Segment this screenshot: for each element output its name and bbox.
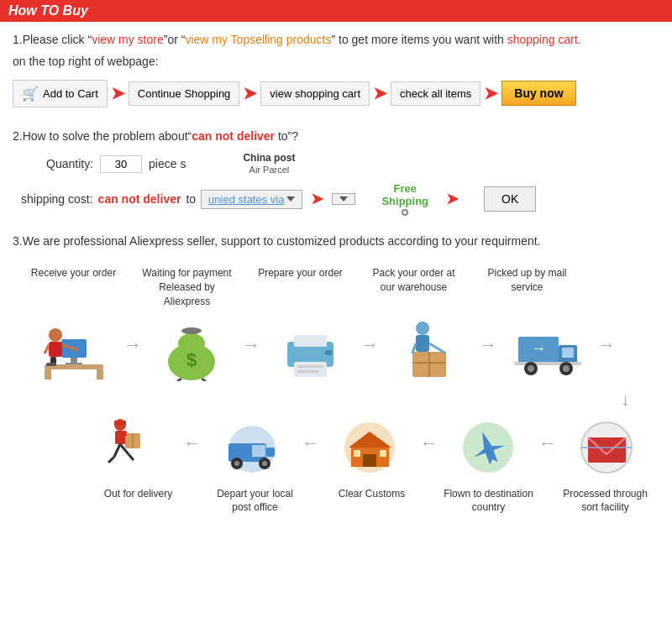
svg-point-25 xyxy=(416,322,429,335)
step1-post: ” to get more items you want with xyxy=(331,33,503,46)
buy-now-button[interactable]: Buy now xyxy=(501,81,575,106)
dropdown-arrow-icon xyxy=(286,196,295,202)
v-arrow-down: ↓ xyxy=(17,389,655,411)
icon-prepare xyxy=(262,314,359,385)
section-2: 2.How to solve the problem about“can not… xyxy=(0,120,672,228)
svg-rect-4 xyxy=(71,358,77,363)
icon-sort-facility xyxy=(559,412,655,484)
shipping-red: can not deliver xyxy=(98,192,181,206)
free-shipping-text2: Shipping xyxy=(381,195,428,207)
svg-point-6 xyxy=(49,328,62,342)
svg-point-39 xyxy=(563,365,570,372)
svg-rect-55 xyxy=(266,448,275,457)
svg-rect-24 xyxy=(297,370,318,373)
check-items-button[interactable]: check all items xyxy=(391,81,480,106)
icon-customs xyxy=(322,412,418,484)
shipping-destination-dropdown[interactable]: unied states via xyxy=(201,190,302,209)
view-cart-button[interactable]: view shopping cart xyxy=(260,81,370,106)
h-arrow-r1: ← xyxy=(538,432,557,454)
h-arrow-4: → xyxy=(479,334,497,356)
arrow-3: ➤ xyxy=(373,83,387,103)
step1-mid: ”or “ xyxy=(164,33,186,46)
icon-payment: $ xyxy=(144,314,240,385)
svg-rect-50 xyxy=(354,450,360,457)
header-title: How TO Buy xyxy=(8,3,88,18)
topselling-link[interactable]: view my Topselling products xyxy=(185,33,331,46)
buy-now-label: Buy now xyxy=(514,86,563,100)
icon-pack xyxy=(381,314,477,385)
shopping-cart-link[interactable]: shopping cart. xyxy=(507,33,581,46)
cart-icon: 🛒 xyxy=(22,86,39,102)
label-sort: Processed through sort facility xyxy=(557,487,654,516)
row1-icons: → $ → xyxy=(25,314,655,385)
svg-rect-51 xyxy=(380,450,386,457)
china-post-title: China post Air Parcel xyxy=(243,152,295,175)
svg-rect-2 xyxy=(97,369,103,380)
step1-pre: 1.Please click “ xyxy=(13,33,92,46)
h-arrow-r4: ← xyxy=(183,432,202,454)
shipping-method-dropdown[interactable] xyxy=(332,193,355,205)
ok-label: OK xyxy=(501,192,518,206)
arrow-1: ➤ xyxy=(111,83,125,103)
h-arrow-2: → xyxy=(242,334,260,356)
step1-line2: on the top right of webpage: xyxy=(13,52,659,71)
section3-text: 3.We are professional Aliexpress seller,… xyxy=(13,234,659,248)
shipping-row: shipping cost:can not deliver to unied s… xyxy=(21,182,659,216)
svg-rect-22 xyxy=(325,350,332,355)
svg-line-67 xyxy=(108,457,114,463)
china-post-sub: Air Parcel xyxy=(249,165,290,175)
v-arrow-icon: ↓ xyxy=(621,389,630,411)
svg-rect-20 xyxy=(294,335,327,347)
h-arrow-r3: ← xyxy=(302,432,320,454)
section-1: 1.Please click “view my store”or “view m… xyxy=(0,22,672,120)
intro-pre: 2.How to solve the problem about“ xyxy=(13,129,192,143)
svg-point-59 xyxy=(262,461,267,466)
flow-chart: Receive your order Waiting for payment R… xyxy=(0,258,672,531)
svg-rect-54 xyxy=(252,445,265,457)
free-shipping-text: Free xyxy=(394,182,417,195)
quantity-input[interactable] xyxy=(100,155,142,173)
svg-line-65 xyxy=(114,444,120,457)
step1-text: 1.Please click “view my store”or “view m… xyxy=(13,30,659,49)
svg-rect-1 xyxy=(45,369,51,380)
svg-rect-42 xyxy=(588,437,626,463)
svg-point-18 xyxy=(181,327,202,334)
h-arrow-3: → xyxy=(360,334,379,356)
svg-line-68 xyxy=(129,454,134,460)
qty-label: Quantity: xyxy=(46,157,93,170)
add-to-cart-label: Add to Cart xyxy=(43,87,98,100)
svg-rect-5 xyxy=(66,363,82,364)
shipping-arrow: ➤ xyxy=(311,190,323,208)
svg-rect-61 xyxy=(115,431,127,444)
free-shipping-box: Free Shipping xyxy=(381,182,428,216)
shipping-pre: shipping cost: xyxy=(21,192,93,206)
svg-text:$: $ xyxy=(186,349,197,370)
label-flown: Flown to destination country xyxy=(440,487,537,516)
svg-rect-21 xyxy=(294,362,327,377)
arrow-2: ➤ xyxy=(243,83,257,103)
svg-rect-49 xyxy=(363,454,376,467)
row2-labels: Processed through sort facility Flown to… xyxy=(25,487,655,516)
svg-rect-7 xyxy=(49,342,62,357)
continue-shopping-label: Continue Shopping xyxy=(138,87,231,100)
destination-link[interactable]: unied states via xyxy=(208,193,284,206)
icon-delivery xyxy=(85,412,181,484)
svg-line-16 xyxy=(177,379,181,381)
dropdown-arrow2-icon xyxy=(339,196,348,202)
shipping-mid: to xyxy=(186,192,196,206)
svg-line-9 xyxy=(45,345,49,353)
intro-post: to”? xyxy=(275,129,298,143)
add-to-cart-button[interactable]: 🛒 Add to Cart xyxy=(13,80,108,107)
view-store-link[interactable]: view my store xyxy=(92,33,164,46)
label-depart: Depart your local post office xyxy=(207,487,303,516)
svg-point-57 xyxy=(234,461,239,466)
svg-line-17 xyxy=(202,379,206,381)
svg-text:→: → xyxy=(531,340,546,357)
continue-shopping-button[interactable]: Continue Shopping xyxy=(129,81,240,106)
label-waiting: Waiting for payment Released by Aliexpre… xyxy=(139,266,235,308)
ok-button[interactable]: OK xyxy=(484,186,536,212)
intro-red: can not deliver xyxy=(192,129,275,143)
svg-rect-23 xyxy=(297,365,323,368)
circle-dot-icon xyxy=(402,209,408,216)
label-out-delivery: Out for delivery xyxy=(90,487,186,501)
